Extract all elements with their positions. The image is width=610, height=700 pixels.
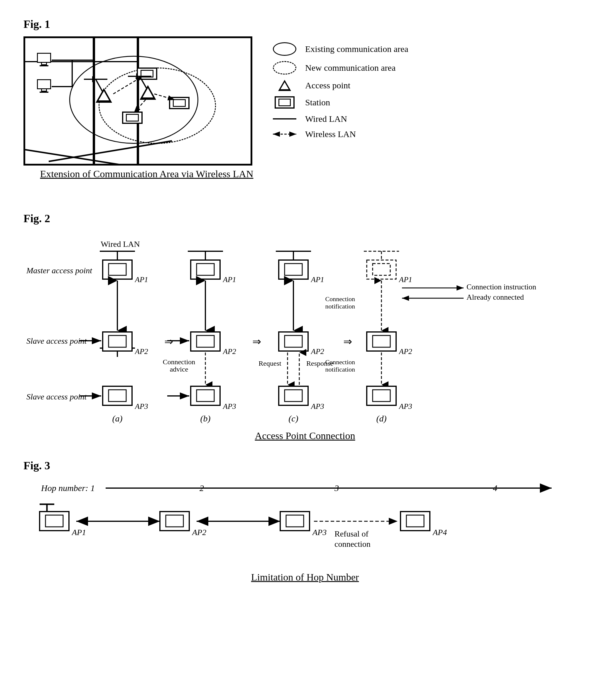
svg-rect-125 — [286, 515, 304, 527]
fig3-label: Fig. 3 — [23, 459, 587, 472]
svg-rect-51 — [197, 335, 214, 347]
svg-text:AP2: AP2 — [192, 528, 206, 537]
svg-text:Connection instruction: Connection instruction — [467, 283, 536, 291]
svg-text:3: 3 — [334, 483, 339, 493]
svg-text:(a): (a) — [112, 414, 123, 424]
svg-rect-90 — [373, 335, 390, 347]
legend-existing-area-label: Existing communication area — [305, 44, 408, 54]
svg-text:AP2: AP2 — [399, 347, 412, 356]
fig1-content: Extension of Communication Area via Wire… — [23, 36, 587, 194]
fig2-svg: Wired LAN AP1 AP2 AP3 — [23, 231, 581, 430]
svg-text:AP3: AP3 — [312, 528, 326, 537]
legend-access-point-label: Access point — [305, 80, 350, 91]
svg-text:⇒: ⇒ — [164, 336, 173, 348]
svg-text:AP1: AP1 — [310, 275, 324, 284]
svg-text:Request: Request — [258, 360, 282, 367]
svg-text:Slave access point: Slave access point — [27, 392, 87, 401]
svg-text:AP2: AP2 — [134, 347, 148, 356]
svg-rect-47 — [197, 264, 214, 275]
svg-text:connection: connection — [335, 539, 371, 548]
svg-text:AP3: AP3 — [134, 402, 148, 411]
svg-text:AP1: AP1 — [71, 528, 86, 537]
fig3-caption: Limitation of Hop Number — [23, 572, 587, 583]
svg-text:AP1: AP1 — [399, 275, 412, 284]
svg-rect-96 — [373, 390, 390, 401]
legend-ellipse-solid-icon — [270, 42, 299, 56]
svg-text:AP2: AP2 — [310, 347, 324, 356]
legend-station: Station — [270, 96, 408, 109]
svg-text:4: 4 — [493, 483, 497, 493]
legend-new-area-label: New communication area — [305, 63, 396, 73]
legend-wired-lan: Wired LAN — [270, 114, 408, 124]
fig1-diagram — [23, 36, 252, 165]
fig1-caption: Extension of Communication Area via Wire… — [40, 169, 254, 180]
svg-text:AP3: AP3 — [399, 402, 412, 411]
svg-text:⇒: ⇒ — [252, 336, 261, 348]
svg-text:AP1: AP1 — [222, 275, 236, 284]
svg-text:(b): (b) — [200, 414, 211, 424]
legend-access-point: Access point — [270, 80, 408, 91]
svg-text:Hop number: 1: Hop number: 1 — [41, 483, 95, 493]
legend-station-label: Station — [305, 97, 330, 108]
svg-rect-70 — [285, 335, 302, 347]
svg-text:⇒: ⇒ — [343, 336, 352, 348]
svg-rect-29 — [109, 264, 126, 275]
svg-text:AP3: AP3 — [310, 402, 324, 411]
svg-text:notification: notification — [325, 366, 355, 373]
svg-text:Connection: Connection — [325, 359, 355, 366]
fig3-section: Fig. 3 Hop number: 1 2 3 4 — [23, 459, 587, 583]
fig2-label: Fig. 2 — [23, 212, 587, 225]
legend-triangle-icon — [270, 80, 299, 91]
fig2-caption: Access Point Connection — [23, 430, 587, 442]
svg-text:AP1: AP1 — [134, 275, 148, 284]
legend-wireless-icon — [270, 130, 299, 139]
legend-wired-label: Wired LAN — [305, 114, 347, 124]
svg-text:(d): (d) — [376, 414, 387, 424]
legend-ellipse-dashed-icon — [270, 61, 299, 75]
fig1-label: Fig. 1 — [23, 18, 587, 31]
legend-wireless-lan: Wireless LAN — [270, 129, 408, 139]
fig1-wired-connections — [25, 38, 251, 164]
svg-text:Refusal of: Refusal of — [335, 529, 369, 538]
fig1-legend: Existing communication area New communic… — [270, 42, 408, 139]
svg-rect-58 — [197, 390, 214, 401]
svg-rect-39 — [109, 390, 126, 401]
svg-rect-66 — [285, 264, 302, 275]
svg-text:2: 2 — [199, 483, 204, 493]
fig2-diagram: Wired LAN AP1 AP2 AP3 — [23, 231, 581, 430]
svg-rect-77 — [285, 390, 302, 401]
svg-line-10 — [96, 79, 103, 93]
svg-text:(c): (c) — [288, 414, 298, 424]
fig1-section: Fig. 1 — [23, 18, 587, 194]
legend-existing-area: Existing communication area — [270, 42, 408, 56]
svg-text:AP2: AP2 — [222, 347, 236, 356]
svg-text:Wired LAN: Wired LAN — [101, 239, 140, 249]
fig3-svg: Hop number: 1 2 3 4 AP1 AP2 — [23, 478, 581, 572]
legend-wireless-svg — [270, 130, 299, 139]
svg-text:Connection: Connection — [163, 358, 195, 366]
legend-wireless-label: Wireless LAN — [305, 129, 356, 139]
svg-line-13 — [140, 76, 146, 88]
svg-rect-131 — [406, 515, 424, 527]
legend-new-area: New communication area — [270, 61, 408, 75]
svg-text:Master access point: Master access point — [26, 266, 93, 275]
svg-rect-35 — [109, 335, 126, 347]
svg-text:AP3: AP3 — [222, 402, 236, 411]
svg-rect-84 — [373, 264, 390, 275]
fig2-section: Fig. 2 Wired LAN — [23, 212, 587, 442]
svg-rect-121 — [166, 515, 183, 527]
svg-text:Slave access point: Slave access point — [27, 336, 87, 346]
svg-text:AP4: AP4 — [432, 528, 447, 537]
svg-text:Connection: Connection — [325, 295, 355, 303]
legend-wired-icon — [270, 118, 299, 120]
fig3-diagram: Hop number: 1 2 3 4 AP1 AP2 — [23, 478, 581, 572]
svg-rect-117 — [46, 515, 63, 527]
svg-text:Already connected: Already connected — [467, 293, 524, 301]
legend-station-icon — [270, 96, 299, 109]
svg-text:notification: notification — [325, 303, 355, 310]
svg-text:advice: advice — [170, 365, 188, 373]
